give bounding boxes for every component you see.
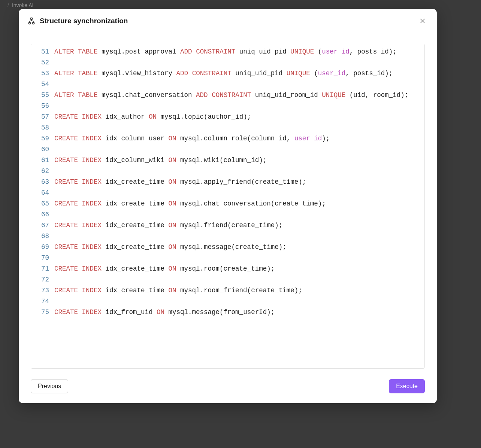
line-number: 72 <box>31 274 54 285</box>
line-number: 68 <box>31 231 54 242</box>
line-number: 53 <box>31 68 54 79</box>
line-number: 64 <box>31 188 54 198</box>
line-content[interactable]: CREATE INDEX idx_create_time ON mysql.ro… <box>54 285 424 296</box>
line-number: 70 <box>31 253 54 263</box>
modal-footer: Previous Execute <box>19 372 437 403</box>
line-number: 51 <box>31 46 54 57</box>
line-number: 58 <box>31 122 54 133</box>
code-line: 68 <box>31 231 424 242</box>
line-content[interactable]: CREATE INDEX idx_author ON mysql.topic(a… <box>54 112 424 122</box>
code-line: 53ALTER TABLE mysql.view_history ADD CON… <box>31 68 424 79</box>
line-content[interactable]: ALTER TABLE mysql.view_history ADD CONST… <box>54 68 424 79</box>
line-number: 60 <box>31 144 54 155</box>
line-number: 57 <box>31 112 54 122</box>
code-line: 55ALTER TABLE mysql.chat_conversation AD… <box>31 90 424 101</box>
code-line: 66 <box>31 209 424 220</box>
code-line: 60 <box>31 144 424 155</box>
breadcrumb-item[interactable]: Invoke AI <box>12 2 34 8</box>
line-content[interactable]: CREATE INDEX idx_from_uid ON mysql.messa… <box>54 307 424 318</box>
code-line: 58 <box>31 122 424 133</box>
line-content[interactable]: CREATE INDEX idx_create_time ON mysql.ch… <box>54 198 424 209</box>
code-line: 75CREATE INDEX idx_from_uid ON mysql.mes… <box>31 307 424 318</box>
svg-rect-0 <box>31 18 33 19</box>
code-line: 64 <box>31 188 424 198</box>
line-number: 52 <box>31 57 54 68</box>
code-line: 62 <box>31 166 424 177</box>
breadcrumb-separator: / <box>7 2 9 8</box>
line-content[interactable]: CREATE INDEX idx_column_wiki ON mysql.wi… <box>54 155 424 166</box>
breadcrumb: / Invoke AI <box>7 2 33 8</box>
line-content[interactable]: CREATE INDEX idx_create_time ON mysql.ap… <box>54 177 424 188</box>
code-line: 57CREATE INDEX idx_author ON mysql.topic… <box>31 112 424 122</box>
code-rows: 51ALTER TABLE mysql.post_approval ADD CO… <box>31 44 424 318</box>
line-number: 59 <box>31 133 54 144</box>
structure-sync-modal: Structure synchronization 51ALTER TABLE … <box>19 9 437 403</box>
code-line: 65CREATE INDEX idx_create_time ON mysql.… <box>31 198 424 209</box>
code-line: 51ALTER TABLE mysql.post_approval ADD CO… <box>31 46 424 57</box>
line-number: 67 <box>31 220 54 231</box>
line-content[interactable]: CREATE INDEX idx_create_time ON mysql.fr… <box>54 220 424 231</box>
line-number: 62 <box>31 166 54 177</box>
modal-body: 51ALTER TABLE mysql.post_approval ADD CO… <box>19 33 437 372</box>
code-line: 54 <box>31 79 424 90</box>
line-number: 75 <box>31 307 54 318</box>
line-content[interactable]: ALTER TABLE mysql.chat_conversation ADD … <box>54 90 424 101</box>
modal-header: Structure synchronization <box>19 9 437 33</box>
line-content[interactable]: CREATE INDEX idx_create_time ON mysql.me… <box>54 242 424 253</box>
line-number: 55 <box>31 90 54 101</box>
sql-code-panel[interactable]: 51ALTER TABLE mysql.post_approval ADD CO… <box>31 44 425 369</box>
line-number: 74 <box>31 296 54 307</box>
line-number: 54 <box>31 79 54 90</box>
line-content[interactable]: ALTER TABLE mysql.post_approval ADD CONS… <box>54 46 424 57</box>
svg-rect-1 <box>29 22 31 24</box>
code-line: 72 <box>31 274 424 285</box>
code-line: 71CREATE INDEX idx_create_time ON mysql.… <box>31 263 424 274</box>
line-content[interactable]: CREATE INDEX idx_column_user ON mysql.co… <box>54 133 424 144</box>
previous-button[interactable]: Previous <box>31 379 68 393</box>
line-number: 63 <box>31 177 54 188</box>
sitemap-icon <box>28 17 35 25</box>
code-line: 56 <box>31 101 424 112</box>
line-number: 69 <box>31 242 54 253</box>
line-content[interactable]: CREATE INDEX idx_create_time ON mysql.ro… <box>54 263 424 274</box>
execute-button[interactable]: Execute <box>389 379 425 393</box>
line-number: 65 <box>31 198 54 209</box>
code-line: 59CREATE INDEX idx_column_user ON mysql.… <box>31 133 424 144</box>
line-number: 73 <box>31 285 54 296</box>
line-number: 71 <box>31 263 54 274</box>
code-line: 73CREATE INDEX idx_create_time ON mysql.… <box>31 285 424 296</box>
code-line: 63CREATE INDEX idx_create_time ON mysql.… <box>31 177 424 188</box>
modal-title: Structure synchronization <box>40 17 128 25</box>
code-line: 70 <box>31 253 424 263</box>
code-line: 52 <box>31 57 424 68</box>
code-line: 74 <box>31 296 424 307</box>
line-number: 61 <box>31 155 54 166</box>
code-line: 69CREATE INDEX idx_create_time ON mysql.… <box>31 242 424 253</box>
code-line: 61CREATE INDEX idx_column_wiki ON mysql.… <box>31 155 424 166</box>
line-number: 66 <box>31 209 54 220</box>
close-icon[interactable] <box>417 16 428 26</box>
svg-rect-2 <box>33 22 34 24</box>
line-number: 56 <box>31 101 54 112</box>
code-line: 67CREATE INDEX idx_create_time ON mysql.… <box>31 220 424 231</box>
